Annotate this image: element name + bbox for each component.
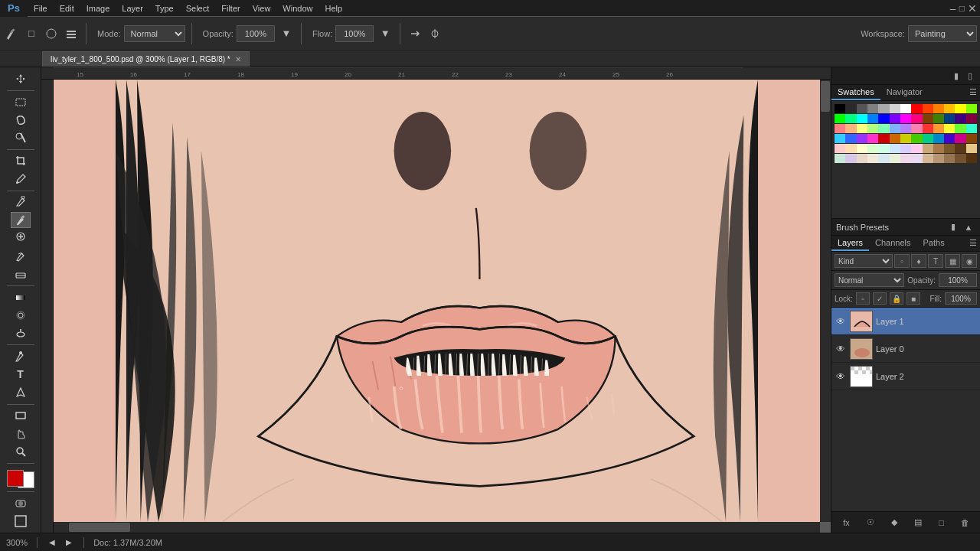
window-close[interactable]: ✕ bbox=[968, 2, 977, 15]
color-swatch-ff8080[interactable] bbox=[835, 124, 845, 133]
color-swatch-ffffcc[interactable] bbox=[857, 144, 867, 153]
menu-file[interactable]: File bbox=[28, 2, 54, 15]
layer-filter-smart[interactable]: ◉ bbox=[962, 254, 977, 268]
color-swatch-ffff00[interactable] bbox=[955, 104, 965, 113]
color-swatch-ff8000[interactable] bbox=[933, 104, 944, 113]
status-nav-back[interactable]: ◀ bbox=[47, 537, 57, 548]
color-swatch-967452[interactable] bbox=[944, 154, 955, 163]
color-swatch-80ff00[interactable] bbox=[966, 104, 977, 113]
color-swatch-ffff80[interactable] bbox=[857, 124, 867, 133]
layer-fx-button[interactable]: fx bbox=[840, 516, 854, 530]
document-tab[interactable]: liv_tyler_1_800_500.psd @ 300% (Layer 1,… bbox=[42, 51, 250, 67]
layer-item-layer2[interactable]: 👁 Layer 2 bbox=[831, 363, 980, 390]
eraser-tool[interactable] bbox=[11, 266, 31, 282]
magic-wand-tool[interactable] bbox=[11, 129, 31, 146]
color-swatch-00ffff[interactable] bbox=[857, 114, 867, 123]
lasso-tool[interactable] bbox=[11, 112, 31, 129]
color-swatch-ff33cc[interactable] bbox=[867, 134, 878, 143]
color-swatch-d4d4d4[interactable] bbox=[890, 104, 900, 113]
blend-mode-select[interactable]: Normal bbox=[835, 273, 904, 287]
panel-icon-1[interactable]: ▮ bbox=[949, 69, 963, 83]
color-swatch-cc6600[interactable] bbox=[890, 134, 900, 143]
healing-brush-tool[interactable] bbox=[11, 194, 31, 210]
opacity-arrow[interactable]: ▼ bbox=[278, 25, 295, 42]
color-swatch-e8d8f0[interactable] bbox=[911, 154, 922, 163]
tab-channels[interactable]: Channels bbox=[869, 236, 916, 251]
menu-window[interactable]: Window bbox=[276, 2, 318, 15]
zoom-tool[interactable] bbox=[11, 443, 31, 460]
color-swatch-745230[interactable] bbox=[955, 154, 965, 163]
layer-mask-button[interactable]: ☉ bbox=[864, 516, 877, 530]
color-swatch-ffddb3[interactable] bbox=[845, 144, 856, 153]
panel-menu-icon[interactable]: ☰ bbox=[966, 85, 980, 99]
color-swatch-ff4000[interactable] bbox=[923, 104, 933, 113]
color-swatch-9933ff[interactable] bbox=[857, 134, 867, 143]
layer-filter-shape[interactable]: ▦ bbox=[945, 254, 960, 268]
mode-select[interactable]: Normal bbox=[124, 25, 185, 42]
brush-tool-icon[interactable] bbox=[3, 25, 20, 42]
eyedropper-tool[interactable] bbox=[11, 171, 31, 187]
layer-item-layer1[interactable]: 👁 Layer 1 bbox=[831, 308, 980, 335]
hand-tool[interactable] bbox=[11, 425, 31, 442]
airbrush-icon[interactable] bbox=[407, 25, 423, 42]
color-swatch-523010[interactable] bbox=[966, 154, 977, 163]
color-swatch-583818[interactable] bbox=[955, 144, 965, 153]
color-swatch-44cc00[interactable] bbox=[911, 134, 922, 143]
fill-value[interactable]: 100% bbox=[945, 292, 977, 305]
color-swatch-ffbf00[interactable] bbox=[944, 104, 955, 113]
color-swatch-66ff33[interactable] bbox=[955, 124, 965, 133]
opacity-value-layers[interactable]: 100% bbox=[939, 273, 977, 287]
tab-navigator[interactable]: Navigator bbox=[880, 85, 929, 100]
color-swatch-d8c8e8[interactable] bbox=[845, 154, 856, 163]
lock-all[interactable]: 🔒 bbox=[890, 292, 903, 305]
scroll-bottom[interactable] bbox=[54, 522, 820, 533]
layer-filter-pixel[interactable]: ▫ bbox=[894, 254, 910, 268]
color-swatch-884400[interactable] bbox=[966, 134, 977, 143]
rectangle-tool[interactable] bbox=[11, 407, 31, 424]
tab-close-icon[interactable]: ✕ bbox=[235, 55, 241, 64]
clone-stamp-tool[interactable] bbox=[11, 230, 31, 246]
color-swatch-d9ccff[interactable] bbox=[900, 144, 911, 153]
layer-eye-layer2[interactable]: 👁 bbox=[835, 370, 847, 383]
layer-filter-type[interactable]: T bbox=[928, 254, 943, 268]
color-swatch-f0e8d8[interactable] bbox=[867, 154, 878, 163]
menu-image[interactable]: Image bbox=[80, 2, 116, 15]
color-swatch-80b3ff[interactable] bbox=[890, 124, 900, 133]
color-swatch-00cc88[interactable] bbox=[923, 134, 933, 143]
screen-mode-tool[interactable] bbox=[11, 513, 31, 530]
color-swatch-ff0080[interactable] bbox=[911, 114, 922, 123]
color-swatch-408000[interactable] bbox=[933, 114, 944, 123]
color-swatch-d4b896[interactable] bbox=[923, 154, 933, 163]
color-swatch-80ffb3[interactable] bbox=[878, 124, 889, 133]
history-brush-tool[interactable] bbox=[11, 248, 31, 265]
brush-presets-icon-1[interactable]: ▮ bbox=[946, 220, 960, 234]
color-swatch-0088cc[interactable] bbox=[933, 134, 944, 143]
color-swatch-0080ff[interactable] bbox=[867, 114, 878, 123]
color-swatch-d9ffcc[interactable] bbox=[867, 144, 878, 153]
layer-delete-button[interactable]: 🗑 bbox=[959, 516, 972, 530]
color-swatch-e8d8c8[interactable] bbox=[857, 154, 867, 163]
color-swatch-ffcccc[interactable] bbox=[835, 144, 845, 153]
color-swatch-ff80b3[interactable] bbox=[911, 124, 922, 133]
color-swatch-800040[interactable] bbox=[966, 114, 977, 123]
brush-tool[interactable] bbox=[11, 212, 31, 229]
quick-mask-tool[interactable] bbox=[11, 495, 31, 512]
window-maximize[interactable]: □ bbox=[959, 3, 965, 14]
path-selection-tool[interactable] bbox=[11, 384, 31, 401]
flow-arrow[interactable]: ▼ bbox=[377, 25, 394, 42]
crop-tool[interactable] bbox=[11, 153, 31, 170]
layer-eye-layer1[interactable]: 👁 bbox=[835, 315, 847, 328]
menu-select[interactable]: Select bbox=[180, 2, 216, 15]
foreground-color-swatch[interactable] bbox=[7, 470, 24, 487]
scroll-right[interactable] bbox=[820, 80, 831, 522]
color-swatch-a87848[interactable] bbox=[933, 144, 944, 153]
tab-layers[interactable]: Layers bbox=[831, 236, 869, 251]
lock-pixel[interactable]: ▫ bbox=[856, 292, 870, 305]
menu-filter[interactable]: Filter bbox=[215, 2, 246, 15]
layer-adjustment-button[interactable]: ◆ bbox=[887, 516, 901, 530]
color-swatch-f0d8e8[interactable] bbox=[900, 154, 911, 163]
workspace-select[interactable]: Painting bbox=[908, 25, 977, 42]
menu-edit[interactable]: Edit bbox=[54, 2, 80, 15]
color-swatch-785828[interactable] bbox=[944, 144, 955, 153]
color-swatch-804000[interactable] bbox=[923, 114, 933, 123]
